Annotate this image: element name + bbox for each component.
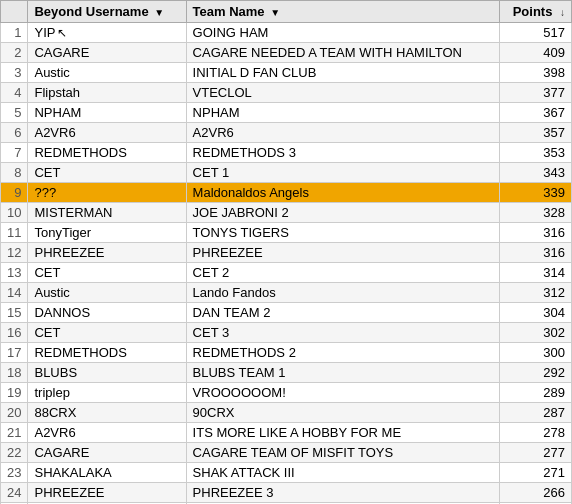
- col-header-num: [1, 1, 28, 23]
- cell-username: CAGARE: [28, 43, 186, 63]
- cell-points: 367: [499, 103, 571, 123]
- table-row: 21A2VR6ITS MORE LIKE A HOBBY FOR ME278: [1, 423, 572, 443]
- cell-teamname: CAGARE NEEDED A TEAM WITH HAMILTON: [186, 43, 499, 63]
- table-row: 24PHREEZEEPHREEZEE 3266: [1, 483, 572, 503]
- cell-points: 312: [499, 283, 571, 303]
- cell-teamname: REDMETHODS 3: [186, 143, 499, 163]
- cell-username: triplep: [28, 383, 186, 403]
- cell-points: 339: [499, 183, 571, 203]
- cell-username: MISTERMAN: [28, 203, 186, 223]
- cell-username: DANNOS: [28, 303, 186, 323]
- cell-username: YIP↖: [28, 23, 186, 43]
- table-row: 12PHREEZEEPHREEZEE316: [1, 243, 572, 263]
- cell-row-num: 23: [1, 463, 28, 483]
- cell-row-num: 4: [1, 83, 28, 103]
- cell-teamname: VROOOOOOM!: [186, 383, 499, 403]
- table-body: 1YIP↖GOING HAM5172CAGARECAGARE NEEDED A …: [1, 23, 572, 505]
- cell-row-num: 3: [1, 63, 28, 83]
- cell-teamname: BLUBS TEAM 1: [186, 363, 499, 383]
- cell-teamname: PHREEZEE: [186, 243, 499, 263]
- table-row: 11TonyTigerTONYS TIGERS316: [1, 223, 572, 243]
- cell-username: 88CRX: [28, 403, 186, 423]
- cell-points: 292: [499, 363, 571, 383]
- filter-icon-team[interactable]: ▼: [270, 7, 280, 18]
- cell-points: 278: [499, 423, 571, 443]
- cell-username: Austic: [28, 63, 186, 83]
- cell-row-num: 13: [1, 263, 28, 283]
- cell-row-num: 1: [1, 23, 28, 43]
- cell-teamname: GOING HAM: [186, 23, 499, 43]
- cell-row-num: 2: [1, 43, 28, 63]
- cell-teamname: VTECLOL: [186, 83, 499, 103]
- cell-username: SHAKALAKA: [28, 463, 186, 483]
- cell-points: 316: [499, 223, 571, 243]
- cell-teamname: PHREEZEE 3: [186, 483, 499, 503]
- cell-teamname: ITS MORE LIKE A HOBBY FOR ME: [186, 423, 499, 443]
- table-row: 13CETCET 2314: [1, 263, 572, 283]
- cell-teamname: REDMETHODS 2: [186, 343, 499, 363]
- cell-row-num: 16: [1, 323, 28, 343]
- cell-teamname: 90CRX: [186, 403, 499, 423]
- table-row: 9???Maldonaldos Angels339: [1, 183, 572, 203]
- cell-points: 314: [499, 263, 571, 283]
- table-row: 14AusticLando Fandos312: [1, 283, 572, 303]
- cell-teamname: CET 3: [186, 323, 499, 343]
- cell-teamname: Maldonaldos Angels: [186, 183, 499, 203]
- cell-points: 304: [499, 303, 571, 323]
- cursor-icon: ↖: [57, 26, 67, 40]
- table-row: 16CETCET 3302: [1, 323, 572, 343]
- col-header-points[interactable]: Points ↓: [499, 1, 571, 23]
- cell-username: A2VR6: [28, 423, 186, 443]
- cell-teamname: Lando Fandos: [186, 283, 499, 303]
- cell-points: 316: [499, 243, 571, 263]
- cell-points: 271: [499, 463, 571, 483]
- table-row: 10MISTERMANJOE JABRONI 2328: [1, 203, 572, 223]
- cell-username: CAGARE: [28, 443, 186, 463]
- cell-teamname: A2VR6: [186, 123, 499, 143]
- cell-row-num: 12: [1, 243, 28, 263]
- table-row: 8CETCET 1343: [1, 163, 572, 183]
- cell-teamname: NPHAM: [186, 103, 499, 123]
- cell-row-num: 24: [1, 483, 28, 503]
- table-row: 2088CRX90CRX287: [1, 403, 572, 423]
- cell-row-num: 22: [1, 443, 28, 463]
- cell-row-num: 14: [1, 283, 28, 303]
- cell-teamname: DAN TEAM 2: [186, 303, 499, 323]
- col-header-username[interactable]: Beyond Username ▼: [28, 1, 186, 23]
- table-row: 23SHAKALAKASHAK ATTACK III271: [1, 463, 572, 483]
- cell-username: NPHAM: [28, 103, 186, 123]
- cell-row-num: 10: [1, 203, 28, 223]
- cell-points: 398: [499, 63, 571, 83]
- table-row: 3AusticINITIAL D FAN CLUB398: [1, 63, 572, 83]
- cell-points: 300: [499, 343, 571, 363]
- col-header-teamname[interactable]: Team Name ▼: [186, 1, 499, 23]
- table-row: 15DANNOSDAN TEAM 2304: [1, 303, 572, 323]
- cell-points: 353: [499, 143, 571, 163]
- cell-points: 302: [499, 323, 571, 343]
- cell-username: ???: [28, 183, 186, 203]
- username-text: YIP: [34, 25, 55, 40]
- cell-username: REDMETHODS: [28, 343, 186, 363]
- leaderboard-table: Beyond Username ▼ Team Name ▼ Points ↓ 1…: [0, 0, 572, 504]
- cell-teamname: CET 2: [186, 263, 499, 283]
- sort-icon-points[interactable]: ↓: [560, 7, 565, 18]
- cell-teamname: SHAK ATTACK III: [186, 463, 499, 483]
- table-row: 19triplepVROOOOOOM!289: [1, 383, 572, 403]
- table-row: 2CAGARECAGARE NEEDED A TEAM WITH HAMILTO…: [1, 43, 572, 63]
- cell-points: 289: [499, 383, 571, 403]
- filter-icon[interactable]: ▼: [154, 7, 164, 18]
- cell-username: BLUBS: [28, 363, 186, 383]
- cell-username: CET: [28, 323, 186, 343]
- cell-username: A2VR6: [28, 123, 186, 143]
- cell-points: 357: [499, 123, 571, 143]
- cell-points: 517: [499, 23, 571, 43]
- cell-username: TonyTiger: [28, 223, 186, 243]
- cell-points: 409: [499, 43, 571, 63]
- table-row: 17REDMETHODSREDMETHODS 2300: [1, 343, 572, 363]
- cell-points: 343: [499, 163, 571, 183]
- cell-row-num: 11: [1, 223, 28, 243]
- cell-username: Austic: [28, 283, 186, 303]
- table-row: 5NPHAMNPHAM367: [1, 103, 572, 123]
- cell-row-num: 7: [1, 143, 28, 163]
- cell-row-num: 5: [1, 103, 28, 123]
